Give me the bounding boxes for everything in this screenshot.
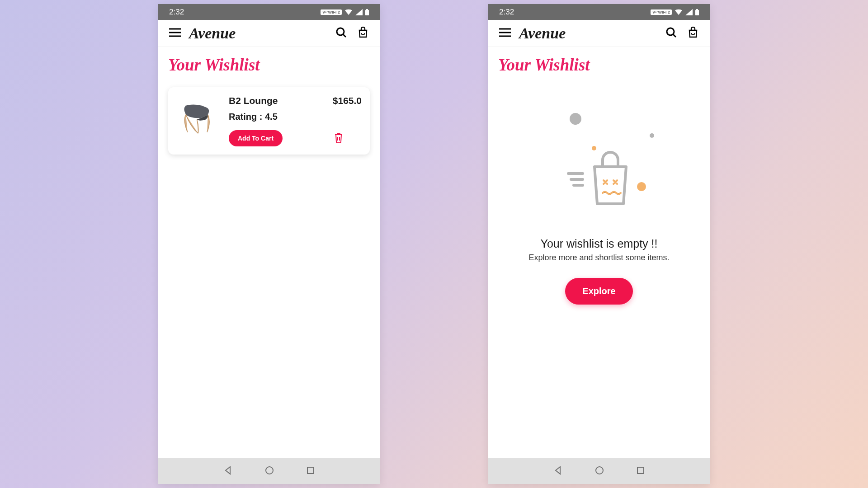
status-time: 2:32 [499, 8, 514, 17]
search-button[interactable] [334, 25, 349, 42]
status-bar: 2:32 V•¹WIFI 2 [158, 4, 380, 20]
nav-recent-button[interactable] [637, 466, 645, 476]
decor-dot-icon [637, 182, 646, 191]
brand-logo: Avenue [519, 25, 566, 42]
app-header: Avenue [488, 20, 710, 47]
svg-rect-1 [366, 9, 368, 10]
battery-icon [695, 9, 699, 15]
shopping-bag-icon [687, 27, 699, 38]
trash-icon [334, 132, 344, 143]
square-icon [637, 466, 645, 474]
empty-wishlist-state: Your wishlist is empty !! Explore more a… [488, 79, 710, 305]
status-bar: 2:32 V•¹WIFI 2 [488, 4, 710, 20]
content-area: Your Wishlist Your wishlist is empty !! [488, 47, 710, 458]
circle-icon [265, 466, 274, 475]
wifi-badge: V•¹WIFI 2 [321, 9, 342, 15]
empty-illustration [536, 106, 662, 219]
page-title: Your Wishlist [158, 47, 380, 79]
svg-point-3 [266, 467, 273, 474]
add-to-cart-button[interactable]: Add To Cart [229, 130, 283, 146]
search-icon [665, 27, 677, 38]
bag-button[interactable] [355, 25, 371, 42]
product-rating: Rating : 4.5 [229, 112, 362, 122]
phone-left: 2:32 V•¹WIFI 2 Avenue Your Wishlist [158, 4, 380, 484]
product-name: B2 Lounge [229, 95, 278, 106]
wishlist-item-card: B2 Lounge $165.0 Rating : 4.5 Add To Car… [168, 87, 370, 155]
delete-item-button[interactable] [332, 131, 345, 146]
brand-logo: Avenue [189, 25, 236, 42]
nav-home-button[interactable] [595, 466, 604, 476]
status-time: 2:32 [169, 8, 184, 17]
search-button[interactable] [664, 25, 679, 42]
app-header: Avenue [158, 20, 380, 47]
status-icons: V•¹WIFI 2 [651, 9, 699, 15]
menu-icon [169, 28, 181, 37]
svg-rect-6 [696, 9, 698, 10]
decor-dot-icon [650, 133, 654, 138]
circle-icon [595, 466, 604, 475]
empty-subtitle: Explore more and shortlist some items. [528, 253, 669, 263]
nav-back-button[interactable] [553, 466, 562, 476]
svg-point-8 [596, 467, 603, 474]
back-triangle-icon [223, 466, 232, 475]
signal-icon [685, 9, 693, 15]
android-nav-bar [158, 458, 380, 484]
product-image [176, 95, 222, 141]
svg-rect-0 [365, 10, 369, 15]
back-triangle-icon [553, 466, 562, 475]
svg-rect-5 [695, 10, 699, 15]
product-price: $165.0 [333, 95, 362, 106]
bag-button[interactable] [685, 25, 701, 42]
explore-button[interactable]: Explore [565, 278, 632, 305]
content-area: Your Wishlist B2 Lounge $165.0 Rating : … [158, 47, 380, 458]
empty-title: Your wishlist is empty !! [541, 237, 658, 250]
svg-rect-4 [307, 467, 314, 474]
wifi-icon [344, 9, 353, 15]
wifi-icon [675, 9, 683, 15]
signal-icon [355, 9, 363, 15]
menu-button[interactable] [167, 26, 183, 40]
svg-point-2 [337, 28, 344, 35]
decor-dot-icon [570, 113, 581, 125]
menu-button[interactable] [497, 26, 513, 40]
android-nav-bar [488, 458, 710, 484]
chair-icon [179, 98, 219, 138]
square-icon [307, 466, 315, 474]
empty-bag-icon [564, 149, 636, 207]
search-icon [335, 27, 347, 38]
status-icons: V•¹WIFI 2 [321, 9, 369, 15]
wifi-badge: V•¹WIFI 2 [651, 9, 672, 15]
phone-right: 2:32 V•¹WIFI 2 Avenue Your Wishlist [488, 4, 710, 484]
battery-icon [365, 9, 369, 15]
nav-recent-button[interactable] [307, 466, 315, 476]
shopping-bag-icon [357, 27, 369, 38]
nav-back-button[interactable] [223, 466, 232, 476]
menu-icon [499, 28, 511, 37]
nav-home-button[interactable] [265, 466, 274, 476]
svg-rect-9 [637, 467, 644, 474]
page-title: Your Wishlist [488, 47, 710, 79]
svg-point-7 [667, 28, 674, 35]
